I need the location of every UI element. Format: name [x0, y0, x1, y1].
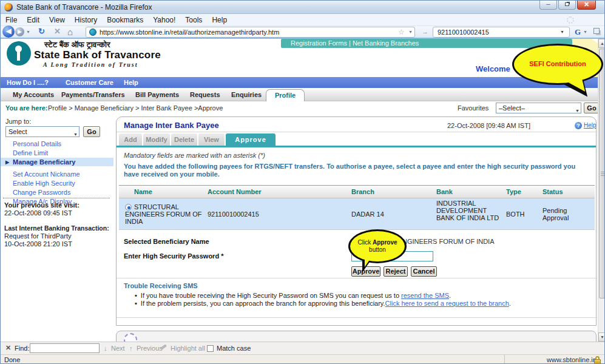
go-arrow-icon[interactable]: → [422, 28, 428, 35]
last-transaction-time: 10-Oct-2008 21:20 IST [4, 240, 72, 248]
nav-customer-care[interactable]: Customer Care [66, 79, 113, 86]
menu-history[interactable]: History [75, 16, 97, 24]
sidebar-divider [3, 198, 110, 198]
subtab-modify[interactable]: Modify [143, 133, 170, 146]
col-name: Name [134, 188, 152, 195]
registration-links-bar[interactable]: Registration Forms | Net Banking Branche… [281, 39, 572, 48]
payee-radio-selected[interactable] [125, 204, 132, 211]
find-bar: ✕ Find: ↓ Next ↑ Previous Highlight all … [1, 342, 605, 354]
branch-request-link[interactable]: Click here to send a request to the bran… [385, 300, 509, 307]
sbt-logo-icon [7, 41, 31, 66]
subtab-approve[interactable]: Approve [226, 133, 275, 146]
menu-edit[interactable]: Edit [27, 16, 39, 24]
match-case-checkbox[interactable] [207, 345, 214, 352]
bank-name-hindi: स्टेट बैंक ऑफ ट्रावन्कोर [44, 40, 110, 50]
subtab-delete[interactable]: Delete [171, 133, 197, 146]
subtab-view[interactable]: View [198, 133, 225, 146]
tab-profile[interactable]: Profile [266, 89, 305, 101]
tab-enquiries[interactable]: Enquiries [231, 91, 262, 98]
primary-tab-strip: My Accounts Payments/Transfers Bill Paym… [1, 88, 605, 101]
reload-icon[interactable]: ↻ [38, 27, 45, 36]
menu-help[interactable]: Help [212, 16, 227, 24]
breadcrumb-row: You are here: Profile > Manage Beneficia… [1, 101, 605, 115]
scroll-up-icon[interactable]: ▲ [598, 39, 605, 48]
col-type: Type [506, 188, 521, 195]
divider [117, 317, 597, 318]
resend-sms-link[interactable]: resend the SMS [401, 292, 449, 299]
active-marker-icon: ▶ [5, 159, 9, 166]
payee-name-cell: STRUCTURAL ENGINEERS FORUM OF INDIA [125, 203, 213, 225]
help-link[interactable]: Help [584, 122, 597, 129]
divider [117, 132, 597, 132]
nav-how-do-i[interactable]: How Do I ....? [7, 79, 49, 86]
previous-arrow-icon: ↑ [129, 345, 133, 352]
jump-to-label: Jump to: [5, 118, 31, 125]
last-transaction-type: Request for ThirdParty [4, 232, 71, 240]
bank-name: State Bank of Travancore [34, 49, 161, 61]
jump-go-button[interactable]: Go [83, 126, 100, 137]
sms-bullet-1: •If you have trouble receiving the High … [135, 292, 451, 299]
sidebar-item-change-passwords[interactable]: Change Passwords [1, 188, 113, 197]
payee-account-cell: 92110010002415 [208, 211, 259, 218]
cancel-button[interactable]: Cancel [411, 266, 437, 277]
beneficiary-label: Selected Beneficiary Name [124, 238, 209, 245]
sidebar-item-define-limit[interactable]: Define Limit [1, 149, 113, 157]
sidebar-item-enable-high-security[interactable]: Enable High Security [1, 179, 113, 187]
payee-table-row: STRUCTURAL ENGINEERS FORUM OF INDIA 9211… [119, 198, 595, 230]
url-input[interactable] [100, 28, 391, 36]
find-previous-button[interactable]: Previous [137, 345, 163, 352]
home-icon[interactable]: ⌂ [67, 27, 73, 37]
browser-window: { "window": { "title": "State Bank of Tr… [0, 0, 605, 364]
tab-my-accounts[interactable]: My Accounts [13, 91, 54, 98]
url-dropdown-icon[interactable]: ▼ [408, 30, 413, 34]
tab-bill-payments[interactable]: Bill Payments [135, 91, 179, 98]
subtab-add[interactable]: Add [119, 133, 142, 146]
scrollbar-thumb[interactable] [599, 49, 605, 298]
sidebar-item-personal-details[interactable]: Personal Details [1, 140, 113, 148]
breadcrumb-prefix: You are here: [5, 104, 48, 112]
navigation-toolbar: ◀ ▶ ▼ ↻ ✕ ⌂ ☆ ▼ → ▼ G ▼ [1, 26, 605, 39]
find-next-button[interactable]: Next [111, 345, 125, 352]
tab-requests[interactable]: Requests [190, 91, 220, 98]
menu-yahoo[interactable]: Yahoo! [153, 16, 175, 24]
google-dropdown-icon[interactable]: ▼ [583, 30, 587, 34]
google-icon[interactable]: G [575, 27, 581, 37]
scroll-down-icon[interactable]: ▼ [598, 332, 605, 342]
sidebar-item-set-account-nickname[interactable]: Set Account Nickname [1, 170, 113, 178]
history-dropdown-icon[interactable]: ▼ [26, 30, 30, 34]
match-case-label: Match case [217, 345, 251, 352]
site-favicon [89, 29, 96, 36]
jump-to-select[interactable]: Select ▼ [5, 126, 79, 137]
close-button[interactable]: ✕ [577, 1, 596, 10]
restore-button[interactable] [558, 1, 576, 10]
lock-icon-body [594, 359, 601, 364]
restore-icon [565, 2, 569, 6]
bookmark-star-icon[interactable]: ☆ [398, 28, 405, 36]
find-close-icon[interactable]: ✕ [5, 344, 11, 352]
reject-button[interactable]: Reject [384, 266, 408, 277]
help-icon: ? [575, 122, 582, 129]
search-input[interactable] [438, 28, 553, 36]
minimize-button[interactable]: ─ [539, 1, 557, 10]
sidebar-item-manage-beneficiary[interactable]: ▶Manage Beneficiary [1, 158, 113, 166]
page-scrollbar[interactable]: ▲ ▼ [598, 39, 605, 342]
tab-groups-icon[interactable] [593, 28, 600, 34]
menu-bookmarks[interactable]: Bookmarks [107, 16, 143, 24]
back-button[interactable]: ◀ [2, 25, 15, 38]
favourites-select[interactable]: –Select– ▼ [496, 103, 581, 113]
menu-view[interactable]: View [49, 16, 65, 24]
stop-icon[interactable]: ✕ [54, 27, 61, 36]
search-engine-dropdown-icon[interactable]: ▼ [560, 30, 564, 34]
nav-help[interactable]: Help [124, 79, 138, 86]
approve-callout-tail-fill [365, 257, 371, 267]
sidebar-nav: Personal Details Define Limit ▶Manage Be… [1, 140, 113, 206]
tab-payments-transfers[interactable]: Payments/Transfers [61, 91, 125, 98]
forward-button[interactable]: ▶ [15, 27, 24, 36]
window-title: State Bank of Travancore - Mozilla Firef… [16, 3, 152, 12]
chevron-down-icon: ▼ [73, 130, 78, 140]
menu-tools[interactable]: Tools [185, 16, 202, 24]
highlight-all-button[interactable]: Highlight all [171, 345, 205, 352]
password-label: Enter High Security Password * [124, 252, 223, 260]
menu-file[interactable]: File [5, 16, 17, 24]
find-input[interactable] [30, 343, 100, 353]
